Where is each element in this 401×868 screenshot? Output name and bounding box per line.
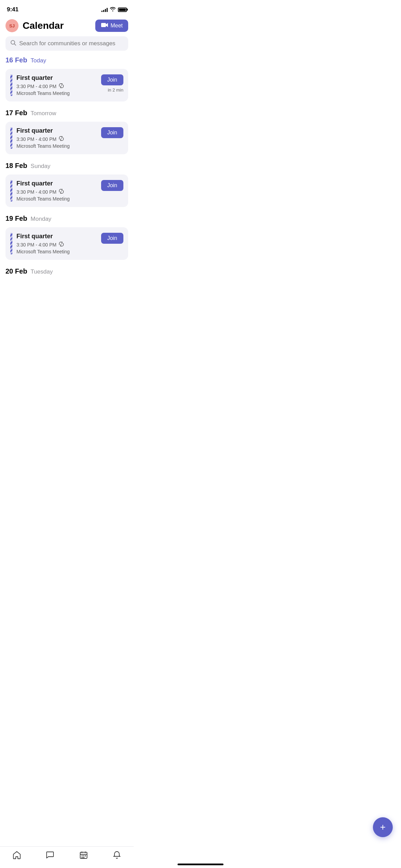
video-icon bbox=[101, 22, 108, 29]
repeat-icon bbox=[59, 83, 64, 89]
event-time-text: 3:30 PM - 4:00 PM bbox=[16, 242, 57, 248]
event-card: First quarter3:30 PM - 4:00 PM Microsoft… bbox=[5, 174, 128, 207]
date-bold: 17 Feb bbox=[5, 109, 27, 117]
date-header: 17 FebTomorrow bbox=[5, 109, 128, 117]
date-section-20-feb: 20 FebTuesday bbox=[5, 267, 128, 275]
event-time: 3:30 PM - 4:00 PM bbox=[16, 241, 97, 248]
date-header: 20 FebTuesday bbox=[5, 267, 128, 275]
event-card: First quarter3:30 PM - 4:00 PM Microsoft… bbox=[5, 227, 128, 260]
event-type: Microsoft Teams Meeting bbox=[16, 249, 97, 254]
status-bar: 9:41 bbox=[0, 0, 134, 16]
search-icon bbox=[10, 40, 16, 47]
status-icons bbox=[101, 7, 127, 13]
event-time-text: 3:30 PM - 4:00 PM bbox=[16, 84, 57, 89]
event-type: Microsoft Teams Meeting bbox=[16, 196, 97, 202]
meet-button-label: Meet bbox=[110, 23, 123, 29]
date-suffix: Tomorrow bbox=[31, 110, 56, 117]
event-stripe bbox=[10, 74, 12, 96]
event-time: 3:30 PM - 4:00 PM bbox=[16, 83, 97, 89]
event-stripe bbox=[10, 180, 12, 202]
date-bold: 20 Feb bbox=[5, 267, 27, 275]
date-header: 18 FebSunday bbox=[5, 162, 128, 170]
header: SJ Calendar Meet bbox=[0, 16, 134, 36]
event-info: First quarter3:30 PM - 4:00 PM Microsoft… bbox=[16, 180, 97, 202]
event-stripe bbox=[10, 233, 12, 254]
event-time-text: 3:30 PM - 4:00 PM bbox=[16, 189, 57, 195]
join-button[interactable]: Join bbox=[101, 180, 123, 191]
date-header: 16 FebToday bbox=[5, 56, 128, 64]
event-card: First quarter3:30 PM - 4:00 PM Microsoft… bbox=[5, 69, 128, 101]
event-title: First quarter bbox=[16, 127, 97, 134]
date-bold: 19 Feb bbox=[5, 215, 27, 222]
avatar[interactable]: SJ bbox=[5, 19, 19, 32]
event-actions: Join bbox=[101, 180, 123, 191]
in-time-label: in 2 min bbox=[108, 87, 123, 93]
event-stripe bbox=[10, 127, 12, 149]
join-button[interactable]: Join bbox=[101, 233, 123, 244]
date-bold: 18 Feb bbox=[5, 162, 27, 170]
join-button[interactable]: Join bbox=[101, 127, 123, 138]
event-info: First quarter3:30 PM - 4:00 PM Microsoft… bbox=[16, 233, 97, 254]
date-suffix: Monday bbox=[31, 216, 51, 222]
event-type: Microsoft Teams Meeting bbox=[16, 143, 97, 149]
date-bold: 16 Feb bbox=[5, 56, 27, 64]
event-title: First quarter bbox=[16, 233, 97, 240]
repeat-icon bbox=[59, 136, 64, 142]
search-container bbox=[0, 36, 134, 56]
search-bar[interactable] bbox=[5, 36, 128, 51]
content: 16 FebTodayFirst quarter3:30 PM - 4:00 P… bbox=[0, 56, 134, 317]
date-section-18-feb: 18 FebSundayFirst quarter3:30 PM - 4:00 … bbox=[5, 162, 128, 207]
event-actions: Joinin 2 min bbox=[101, 74, 123, 93]
event-info: First quarter3:30 PM - 4:00 PM Microsoft… bbox=[16, 74, 97, 96]
event-title: First quarter bbox=[16, 180, 97, 187]
event-actions: Join bbox=[101, 127, 123, 138]
event-card: First quarter3:30 PM - 4:00 PM Microsoft… bbox=[5, 122, 128, 154]
status-time: 9:41 bbox=[7, 6, 19, 13]
event-time: 3:30 PM - 4:00 PM bbox=[16, 136, 97, 142]
date-suffix: Tuesday bbox=[31, 268, 53, 275]
date-header: 19 FebMonday bbox=[5, 215, 128, 222]
meet-button[interactable]: Meet bbox=[95, 20, 128, 32]
search-input[interactable] bbox=[19, 40, 123, 47]
repeat-icon bbox=[59, 189, 64, 195]
event-title: First quarter bbox=[16, 74, 97, 82]
date-section-17-feb: 17 FebTomorrowFirst quarter3:30 PM - 4:0… bbox=[5, 109, 128, 154]
date-section-19-feb: 19 FebMondayFirst quarter3:30 PM - 4:00 … bbox=[5, 215, 128, 260]
wifi-icon bbox=[110, 7, 116, 13]
date-suffix: Today bbox=[31, 57, 46, 64]
event-info: First quarter3:30 PM - 4:00 PM Microsoft… bbox=[16, 127, 97, 149]
event-time: 3:30 PM - 4:00 PM bbox=[16, 189, 97, 195]
date-section-16-feb: 16 FebTodayFirst quarter3:30 PM - 4:00 P… bbox=[5, 56, 128, 101]
repeat-icon bbox=[59, 241, 64, 248]
join-button[interactable]: Join bbox=[101, 74, 123, 85]
event-actions: Join bbox=[101, 233, 123, 244]
event-time-text: 3:30 PM - 4:00 PM bbox=[16, 136, 57, 142]
page-title: Calendar bbox=[23, 20, 64, 31]
battery-icon bbox=[118, 8, 127, 12]
svg-rect-0 bbox=[101, 23, 106, 27]
signal-icon bbox=[101, 7, 108, 12]
date-suffix: Sunday bbox=[31, 163, 50, 170]
event-type: Microsoft Teams Meeting bbox=[16, 91, 97, 96]
